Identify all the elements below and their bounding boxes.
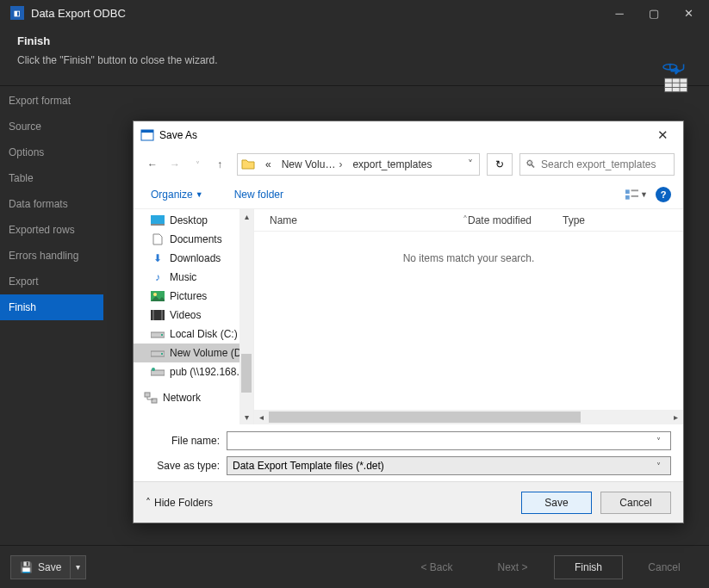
desktop-icon <box>151 214 165 227</box>
save-as-type-dropdown[interactable]: Data Export Template files (*.det) ˅ <box>227 456 671 475</box>
sidebar-item-export-format[interactable]: Export format <box>0 88 103 114</box>
dialog-save-button[interactable]: Save <box>521 492 592 514</box>
network-drive-icon <box>151 365 165 379</box>
nav-up-button[interactable]: ↑ <box>209 154 230 175</box>
videos-icon <box>151 308 165 322</box>
save-as-type-label: Save as type: <box>146 460 227 472</box>
tree-item-music[interactable]: ♪Music <box>134 268 239 287</box>
dialog-fields: File name: ˅ Save as type: Data Export T… <box>134 424 683 481</box>
breadcrumb[interactable]: « New Volu…› export_templates ˅ <box>237 153 480 176</box>
disk-icon <box>151 327 165 341</box>
tree-item-new-volume-d[interactable]: New Volume (D:) <box>134 344 239 362</box>
dialog-nav-row: ← → ˅ ↑ « New Volu…› export_templates ˅ … <box>134 149 683 180</box>
svg-rect-19 <box>161 334 163 336</box>
scroll-right-icon[interactable]: ▸ <box>669 410 683 424</box>
chevron-down-icon[interactable]: ˅ <box>651 436 665 446</box>
save-template-button[interactable]: 💾 Save <box>10 555 71 579</box>
list-header: Name˄ Date modified Type <box>254 209 683 232</box>
dialog-icon <box>140 128 154 142</box>
window-title: Data Export ODBC <box>31 7 126 20</box>
breadcrumb-dropdown[interactable]: ˅ <box>462 154 479 175</box>
tree-item-downloads[interactable]: ⬇Downloads <box>134 249 239 268</box>
scroll-down-icon[interactable]: ▾ <box>239 410 254 424</box>
tree-item-desktop[interactable]: Desktop <box>134 211 239 230</box>
tree-scrollbar[interactable]: ▴ ▾ <box>239 209 253 424</box>
sidebar-item-exported-rows[interactable]: Exported rows <box>0 217 103 243</box>
tree-item-network[interactable]: Network <box>134 388 239 407</box>
list-horizontal-scrollbar[interactable]: ◂ ▸ <box>254 410 683 424</box>
svg-rect-12 <box>151 224 165 226</box>
column-name[interactable]: Name˄ <box>270 214 468 226</box>
minimize-button[interactable]: ─ <box>602 0 637 26</box>
nav-back-button[interactable]: ← <box>142 154 163 175</box>
column-date-modified[interactable]: Date modified <box>468 214 563 226</box>
title-bar: ◧ Data Export ODBC ─ ▢ ✕ <box>0 0 709 26</box>
tree-item-pub-network[interactable]: pub (\\192.168.0 <box>134 362 239 381</box>
download-icon: ⬇ <box>151 251 165 265</box>
breadcrumb-prefix[interactable]: « <box>260 154 277 175</box>
chevron-right-icon: › <box>339 158 342 170</box>
next-button: Next > <box>478 555 547 579</box>
back-button: < Back <box>402 555 471 579</box>
save-dropdown-button[interactable]: ▾ <box>71 555 86 579</box>
folder-icon <box>238 154 260 175</box>
file-name-combobox[interactable]: ˅ <box>227 431 671 450</box>
svg-rect-0 <box>665 78 687 92</box>
chevron-down-icon[interactable]: ˅ <box>651 461 665 471</box>
search-box[interactable]: 🔍︎ <box>519 153 675 176</box>
sidebar-item-options[interactable]: Options <box>0 139 103 165</box>
scroll-up-icon[interactable]: ▴ <box>239 209 254 224</box>
dialog-cancel-button[interactable]: Cancel <box>600 492 671 514</box>
close-button[interactable]: ✕ <box>671 0 706 26</box>
nav-history-button[interactable]: ˅ <box>187 154 208 175</box>
file-name-label: File name: <box>146 435 227 447</box>
network-icon <box>144 391 158 405</box>
column-type[interactable]: Type <box>563 214 683 226</box>
hide-folders-button[interactable]: ˄ Hide Folders <box>146 497 213 509</box>
sidebar-item-finish[interactable]: Finish <box>0 294 103 320</box>
tree-item-local-disk-c[interactable]: Local Disk (C:) <box>134 325 239 344</box>
organize-button[interactable]: Organize▼ <box>146 185 208 204</box>
chevron-down-icon: ▼ <box>196 190 203 199</box>
svg-rect-7 <box>625 189 630 194</box>
svg-rect-17 <box>161 310 163 320</box>
sidebar-item-data-formats[interactable]: Data formats <box>0 191 103 217</box>
new-folder-button[interactable]: New folder <box>229 185 289 204</box>
dialog-title-bar: Save As ✕ <box>134 121 683 149</box>
sidebar-item-errors-handling[interactable]: Errors handling <box>0 243 103 269</box>
svg-rect-21 <box>161 353 163 355</box>
tree-item-pictures[interactable]: Pictures <box>134 287 239 306</box>
scroll-left-icon[interactable]: ◂ <box>254 410 269 424</box>
breadcrumb-part-1[interactable]: export_templates <box>347 154 437 175</box>
sidebar-item-table[interactable]: Table <box>0 165 103 191</box>
chevron-up-icon: ˄ <box>146 497 151 509</box>
file-name-input[interactable] <box>233 435 651 447</box>
folder-icon <box>151 232 165 246</box>
svg-point-14 <box>153 293 157 296</box>
sidebar-item-source[interactable]: Source <box>0 114 103 139</box>
dialog-toolbar: Organize▼ New folder ▼ ? <box>134 180 683 209</box>
finish-button[interactable]: Finish <box>554 555 623 579</box>
search-input[interactable] <box>541 158 670 170</box>
wizard-footer: 💾 Save ▾ < Back Next > Finish Cancel <box>0 545 709 588</box>
view-options-button[interactable]: ▼ <box>625 184 649 205</box>
sidebar-item-export[interactable]: Export <box>0 269 103 294</box>
tree-item-videos[interactable]: Videos <box>134 306 239 325</box>
dialog-footer: ˄ Hide Folders Save Cancel <box>134 481 683 523</box>
tree-item-documents[interactable]: Documents <box>134 230 239 249</box>
export-icon <box>656 60 692 100</box>
page-title: Finish <box>17 34 692 47</box>
breadcrumb-part-0[interactable]: New Volu…› <box>277 154 348 175</box>
svg-rect-11 <box>151 215 165 224</box>
app-icon: ◧ <box>10 6 24 20</box>
svg-rect-8 <box>631 189 638 191</box>
dialog-close-button[interactable]: ✕ <box>649 121 676 149</box>
maximize-button[interactable]: ▢ <box>637 0 671 26</box>
wizard-sidebar: Export format Source Options Table Data … <box>0 86 103 542</box>
refresh-button[interactable]: ↻ <box>487 153 513 176</box>
save-as-type-value: Data Export Template files (*.det) <box>233 460 651 472</box>
svg-rect-24 <box>145 393 150 397</box>
help-button[interactable]: ? <box>656 187 671 202</box>
save-as-dialog: Save As ✕ ← → ˅ ↑ « New Volu…› export_te… <box>133 121 684 523</box>
pictures-icon <box>151 289 165 303</box>
